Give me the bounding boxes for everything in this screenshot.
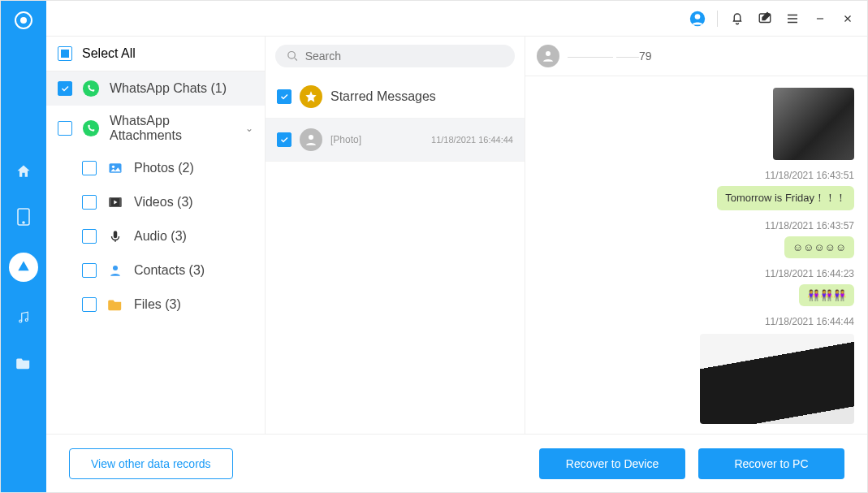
close-icon[interactable] <box>840 11 856 27</box>
minimize-icon[interactable] <box>812 11 828 27</box>
chat-label: Starred Messages <box>330 89 436 104</box>
menu-icon[interactable] <box>784 11 801 27</box>
svg-rect-14 <box>110 197 112 207</box>
checkbox[interactable] <box>58 81 72 96</box>
search-icon <box>287 50 299 63</box>
message-list[interactable]: 11/18/2021 16:43:51 Tomorrow is Friday！！… <box>525 76 867 434</box>
nav-home-icon[interactable] <box>14 162 33 181</box>
nav-cloud-icon[interactable] <box>9 253 38 282</box>
nav-music-icon[interactable] <box>14 308 33 327</box>
tree-item-label: Audio (3) <box>134 229 187 244</box>
svg-rect-16 <box>114 231 118 238</box>
checkbox[interactable] <box>277 132 291 147</box>
svg-point-3 <box>23 222 24 223</box>
message-photo[interactable] <box>773 88 854 160</box>
svg-point-5 <box>25 319 28 322</box>
chat-preview: [Photo] <box>330 134 423 145</box>
recover-to-pc-button[interactable]: Recover to PC <box>698 448 844 479</box>
chat-row-starred[interactable]: Starred Messages <box>266 76 525 119</box>
svg-point-1 <box>20 17 27 24</box>
photos-icon <box>106 159 124 177</box>
svg-point-10 <box>83 120 99 136</box>
svg-point-19 <box>309 135 313 140</box>
tree-item-whatsapp-chats[interactable]: WhatsApp Chats (1) <box>46 71 265 106</box>
select-all-row[interactable]: Select All <box>46 37 265 71</box>
tree-item-files[interactable]: Files (3) <box>46 288 265 322</box>
checkbox[interactable] <box>82 229 97 244</box>
avatar-icon <box>300 128 322 151</box>
message-time: 11/18/2021 16:44:44 <box>765 316 854 327</box>
svg-point-4 <box>19 320 22 322</box>
tree-item-contacts[interactable]: Contacts (3) <box>46 253 265 288</box>
nav-device-icon[interactable] <box>14 207 33 227</box>
recover-to-device-button[interactable]: Recover to Device <box>539 448 685 479</box>
svg-point-18 <box>288 52 296 59</box>
bell-icon[interactable] <box>729 11 745 27</box>
category-tree: Select All WhatsApp Chats (1) <box>46 37 266 434</box>
tree-item-label: Photos (2) <box>134 161 194 175</box>
select-all-checkbox[interactable] <box>58 46 72 61</box>
tree-item-label: Files (3) <box>134 297 181 312</box>
message-bubble: 👭👭👭 <box>799 284 854 306</box>
nav-folder-icon[interactable] <box>14 353 33 373</box>
svg-rect-15 <box>119 197 122 207</box>
message-bubble: Tomorrow is Friday！！！ <box>717 186 854 210</box>
message-photo[interactable] <box>700 334 854 424</box>
svg-point-12 <box>112 166 114 168</box>
chat-list-panel: Starred Messages [Photo] 11/18/2021 16:4… <box>266 37 525 434</box>
tree-item-whatsapp-attachments[interactable]: WhatsApp Attachments ⌄ <box>46 106 265 151</box>
tree-item-label: WhatsApp Attachments <box>110 114 235 143</box>
tree-item-videos[interactable]: Videos (3) <box>46 185 265 219</box>
message-time: 11/18/2021 16:44:23 <box>765 268 854 279</box>
audio-icon <box>106 227 124 245</box>
conversation-panel: ———— ——79 11/18/2021 16:43:51 Tomorrow i… <box>525 37 867 434</box>
whatsapp-icon <box>82 119 100 137</box>
svg-point-17 <box>113 266 118 270</box>
svg-point-20 <box>546 51 551 56</box>
feedback-icon[interactable] <box>757 11 773 27</box>
select-all-label: Select All <box>82 46 136 61</box>
tree-item-label: Videos (3) <box>134 195 193 210</box>
footer-bar: View other data records Recover to Devic… <box>46 434 867 492</box>
search-input[interactable] <box>305 50 503 63</box>
app-logo-icon <box>12 9 35 32</box>
tree-item-photos[interactable]: Photos (2) <box>46 151 265 185</box>
top-toolbar <box>46 1 867 37</box>
checkbox[interactable] <box>82 195 97 210</box>
search-box[interactable] <box>275 45 515 67</box>
avatar-icon <box>537 45 559 67</box>
contact-name: ———— ——79 <box>568 50 651 63</box>
view-other-records-button[interactable]: View other data records <box>69 448 233 479</box>
checkbox[interactable] <box>277 89 291 104</box>
files-icon <box>106 296 124 314</box>
message-time: 11/18/2021 16:43:51 <box>765 170 854 181</box>
toolbar-divider <box>717 11 718 27</box>
tree-item-audio[interactable]: Audio (3) <box>46 219 265 253</box>
tree-item-label: WhatsApp Chats (1) <box>110 81 227 96</box>
checkbox[interactable] <box>82 297 97 312</box>
left-navbar <box>1 1 46 492</box>
star-icon <box>300 85 322 108</box>
conversation-header: ———— ——79 <box>525 37 867 76</box>
profile-icon[interactable] <box>689 11 706 27</box>
videos-icon <box>106 193 124 211</box>
checkbox[interactable] <box>58 121 72 136</box>
svg-point-7 <box>695 14 701 19</box>
svg-point-9 <box>83 80 99 97</box>
message-bubble: ☺☺☺☺☺ <box>784 236 854 258</box>
checkbox[interactable] <box>82 263 97 278</box>
chevron-down-icon[interactable]: ⌄ <box>245 123 253 134</box>
checkbox[interactable] <box>82 161 97 175</box>
tree-item-label: Contacts (3) <box>134 263 205 278</box>
message-time: 11/18/2021 16:43:57 <box>765 220 854 231</box>
contacts-icon <box>106 262 124 279</box>
chat-row[interactable]: [Photo] 11/18/2021 16:44:44 <box>266 119 525 162</box>
whatsapp-icon <box>82 80 100 97</box>
chat-time: 11/18/2021 16:44:44 <box>431 135 513 145</box>
